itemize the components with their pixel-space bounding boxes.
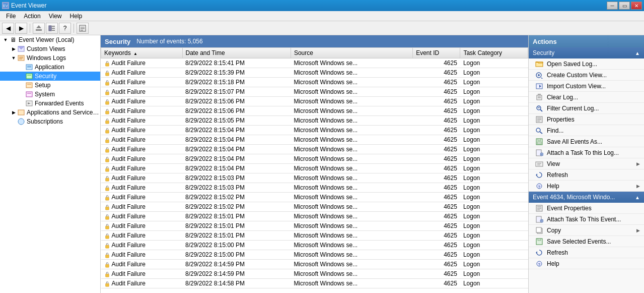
- close-button[interactable]: ✕: [631, 2, 642, 10]
- import-custom-view-label: Import Custom View...: [547, 83, 606, 90]
- help-button[interactable]: ?: [59, 23, 71, 34]
- security-section-toggle[interactable]: ▲: [635, 50, 640, 56]
- action-filter-current-log[interactable]: Filter Current Log...: [529, 103, 644, 114]
- security-section-header[interactable]: Security ▲: [529, 47, 644, 58]
- sidebar-item-setup[interactable]: ▶ Setup: [0, 81, 100, 90]
- windows-logs-icon: [17, 54, 25, 62]
- action-find[interactable]: Find...: [529, 125, 644, 136]
- table-row[interactable]: Audit Failure 8/29/2022 8:14:59 PM Micro…: [101, 269, 528, 279]
- table-row[interactable]: Audit Failure 8/29/2022 8:15:02 PM Micro…: [101, 202, 528, 212]
- action-event-properties[interactable]: Event Properties: [529, 203, 644, 214]
- table-row[interactable]: Audit Failure 8/29/2022 8:15:18 PM Micro…: [101, 78, 528, 87]
- col-header-datetime[interactable]: Date and Time: [182, 48, 291, 58]
- sidebar-item-windows-logs[interactable]: ▼ Windows Logs: [0, 53, 100, 63]
- table-row[interactable]: Audit Failure 8/29/2022 8:15:04 PM Micro…: [101, 126, 528, 135]
- action-view[interactable]: View ▶: [529, 158, 644, 169]
- table-row[interactable]: Audit Failure 8/29/2022 8:15:06 PM Micro…: [101, 97, 528, 106]
- table-row[interactable]: Audit Failure 8/29/2022 8:15:04 PM Micro…: [101, 164, 528, 173]
- cell-category: Logon: [460, 279, 528, 288]
- cell-source: Microsoft Windows se...: [291, 135, 412, 145]
- sidebar-item-root[interactable]: ▼ 🖥 Event Viewer (Local): [0, 35, 100, 44]
- event-section-header[interactable]: Event 4634, Microsoft Windo... ▲: [529, 192, 644, 203]
- import-custom-view-icon: [535, 82, 544, 91]
- table-row[interactable]: Audit Failure 8/29/2022 8:15:02 PM Micro…: [101, 193, 528, 202]
- svg-rect-29: [18, 110, 24, 115]
- menu-file[interactable]: File: [2, 12, 20, 21]
- forward-button[interactable]: ▶: [15, 23, 27, 34]
- table-row[interactable]: Audit Failure 8/29/2022 8:15:03 PM Micro…: [101, 183, 528, 193]
- col-header-source[interactable]: Source: [291, 48, 412, 58]
- col-header-keywords[interactable]: Keywords ▲: [101, 48, 183, 58]
- table-row[interactable]: Audit Failure 8/29/2022 8:15:05 PM Micro…: [101, 116, 528, 126]
- table-row[interactable]: Audit Failure 8/29/2022 8:15:39 PM Micro…: [101, 68, 528, 78]
- cell-category: Logon: [460, 97, 528, 106]
- table-row[interactable]: Audit Failure 8/29/2022 8:15:04 PM Micro…: [101, 154, 528, 164]
- action-open-saved-log[interactable]: Open Saved Log...: [529, 58, 644, 70]
- sidebar-item-app-services[interactable]: ▶ Applications and Services Lo: [0, 108, 100, 117]
- action-refresh-security[interactable]: Refresh: [529, 169, 644, 181]
- action-properties[interactable]: Properties: [529, 114, 644, 125]
- table-row[interactable]: Audit Failure 8/29/2022 8:15:00 PM Micro…: [101, 250, 528, 260]
- action-copy[interactable]: Copy ▶: [529, 225, 644, 236]
- svg-rect-36: [105, 111, 109, 114]
- menu-help[interactable]: Help: [66, 12, 87, 21]
- menu-action[interactable]: Action: [20, 12, 44, 21]
- back-button[interactable]: ◀: [2, 23, 14, 34]
- table-row[interactable]: Audit Failure 8/29/2022 8:15:01 PM Micro…: [101, 231, 528, 241]
- cell-keywords: Audit Failure: [101, 202, 183, 212]
- action-attach-task-log[interactable]: Attach a Task To this Log...: [529, 147, 644, 158]
- menu-view[interactable]: View: [45, 12, 66, 21]
- table-row[interactable]: Audit Failure 8/29/2022 8:15:00 PM Micro…: [101, 241, 528, 250]
- table-row[interactable]: Audit Failure 8/29/2022 8:15:07 PM Micro…: [101, 87, 528, 97]
- cell-datetime: 8/29/2022 8:15:41 PM: [182, 58, 291, 68]
- sidebar-item-system[interactable]: ▶ System: [0, 90, 100, 99]
- table-row[interactable]: Audit Failure 8/29/2022 8:15:06 PM Micro…: [101, 106, 528, 116]
- action-help-event[interactable]: ? Help: [529, 258, 644, 269]
- svg-rect-35: [105, 101, 109, 104]
- table-row[interactable]: Audit Failure 8/29/2022 8:15:03 PM Micro…: [101, 173, 528, 183]
- restore-button[interactable]: ▭: [619, 2, 630, 10]
- sidebar-item-subscriptions[interactable]: ▶ Subscriptions: [0, 117, 100, 126]
- up-button[interactable]: [33, 23, 45, 34]
- cell-keywords: Audit Failure: [101, 212, 183, 221]
- sidebar-item-forwarded-events[interactable]: ▶ Forwarded Events: [0, 99, 100, 108]
- attach-task-event-icon: [535, 215, 544, 224]
- action-save-selected-events[interactable]: Save Selected Events...: [529, 236, 644, 247]
- table-row[interactable]: Audit Failure 8/29/2022 8:14:58 PM Micro…: [101, 279, 528, 288]
- event-table-wrapper[interactable]: Keywords ▲ Date and Time Source Event ID…: [101, 47, 528, 293]
- action-save-all-events[interactable]: Save All Events As...: [529, 136, 644, 147]
- sidebar-item-custom-views[interactable]: ▶ Custom Views: [0, 44, 100, 53]
- security-actions-list: Open Saved Log... Create Custom View... …: [529, 58, 644, 192]
- cell-keywords: Audit Failure: [101, 87, 183, 97]
- svg-rect-47: [105, 216, 109, 219]
- table-row[interactable]: Audit Failure 8/29/2022 8:15:01 PM Micro…: [101, 221, 528, 231]
- sidebar-item-security[interactable]: ▶ Security: [0, 72, 100, 81]
- sidebar-item-application[interactable]: ▶ Application: [0, 63, 100, 72]
- cell-source: Microsoft Windows se...: [291, 164, 412, 173]
- svg-rect-54: [105, 283, 109, 286]
- col-header-eventid[interactable]: Event ID: [413, 48, 460, 58]
- svg-rect-99: [538, 239, 541, 241]
- svg-marker-100: [536, 251, 537, 254]
- cell-datetime: 8/29/2022 8:15:04 PM: [182, 164, 291, 173]
- action-refresh-event[interactable]: Refresh: [529, 247, 644, 258]
- action-clear-log[interactable]: Clear Log...: [529, 92, 644, 103]
- action-create-custom-view[interactable]: Create Custom View...: [529, 70, 644, 81]
- table-row[interactable]: Audit Failure 8/29/2022 8:14:59 PM Micro…: [101, 260, 528, 269]
- table-row[interactable]: Audit Failure 8/29/2022 8:15:04 PM Micro…: [101, 135, 528, 145]
- cell-eventid: 4625: [413, 154, 460, 164]
- action-help-security[interactable]: ? Help ▶: [529, 181, 644, 192]
- col-header-category[interactable]: Task Category: [460, 48, 528, 58]
- action-attach-task-event[interactable]: Attach Task To This Event...: [529, 214, 644, 225]
- event-section-toggle[interactable]: ▲: [635, 195, 640, 200]
- svg-line-74: [540, 132, 542, 134]
- table-row[interactable]: Audit Failure 8/29/2022 8:15:41 PM Micro…: [101, 58, 528, 68]
- cell-datetime: 8/29/2022 8:15:02 PM: [182, 202, 291, 212]
- minimize-button[interactable]: ─: [607, 2, 618, 10]
- properties-button[interactable]: [77, 23, 89, 34]
- table-row[interactable]: Audit Failure 8/29/2022 8:15:04 PM Micro…: [101, 145, 528, 154]
- show-hide-button[interactable]: [46, 23, 58, 34]
- cell-eventid: 4625: [413, 279, 460, 288]
- table-row[interactable]: Audit Failure 8/29/2022 8:15:01 PM Micro…: [101, 212, 528, 221]
- action-import-custom-view[interactable]: Import Custom View...: [529, 81, 644, 92]
